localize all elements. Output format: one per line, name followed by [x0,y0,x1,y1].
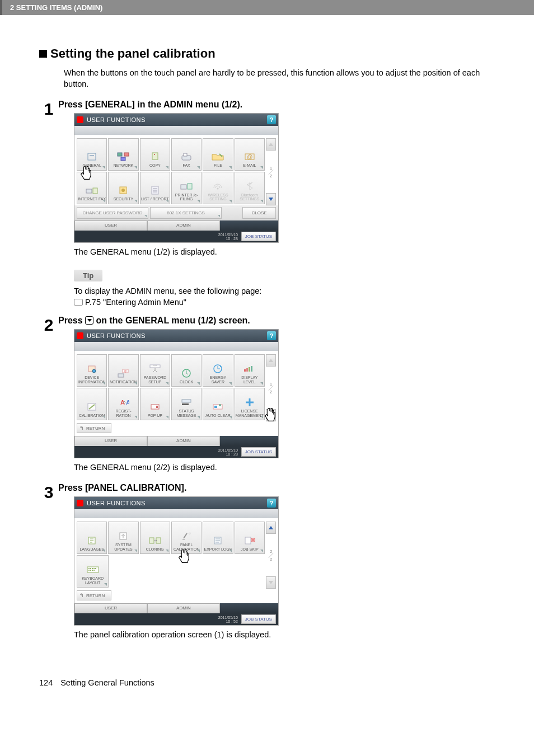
tile-system-updates[interactable]: SYSTEM UPDATES [108,522,138,554]
tile-fax[interactable]: FAX [171,138,202,171]
tile-keyboard-layout[interactable]: KEYBOARD LAYOUT [77,555,109,588]
page-content: Setting the panel calibration When the b… [0,15,534,667]
svg-rect-34 [251,366,252,372]
scroll-down-icon[interactable] [266,576,276,589]
tile-cloning[interactable]: CLONING [140,522,170,554]
svg-rect-20 [188,184,192,189]
tile-status-message[interactable]: STATUS MESSAGE [171,388,202,420]
svg-rect-39 [156,406,158,408]
general-menu-panel-3: USER FUNCTIONS ? LANGUAGES SYSTEM UPDATE… [74,496,279,626]
tile-file[interactable]: FILE [203,138,233,171]
tile-row-1: DEVICE INFORMATION @NOTIFICATION ****PAS… [77,354,265,387]
change-user-password-button[interactable]: CHANGE USER PASSWORD [77,207,148,219]
scroll-up-icon[interactable] [266,522,276,534]
step-2-heading: Press on the GENERAL menu (1/2) screen. [58,316,495,326]
svg-text:@: @ [247,154,252,160]
tab-user[interactable]: USER [74,603,147,613]
tile-auto-clear[interactable]: AUTO CLEAR [203,388,233,420]
svg-rect-33 [249,367,250,372]
tab-user[interactable]: USER [74,220,147,231]
tile-calibration[interactable]: CALIBRATION [77,388,107,420]
tile-row-2: INTERNET FAX SECURITY LIST / REPORT PRIN… [77,172,265,204]
tile-label: INTERNET FAX [78,197,106,201]
tile-label: NOTIFICATION [110,380,137,384]
tile-energy-saver[interactable]: ENERGY SAVER [203,354,233,387]
step-1-caption: The GENERAL menu (1/2) is displayed. [74,247,495,256]
help-icon[interactable]: ? [267,115,276,124]
tile-internet-fax[interactable]: INTERNET FAX [77,172,107,204]
chapter-label: 2 SETTING ITEMS (ADMIN) [10,3,102,12]
svg-rect-4 [121,157,125,161]
panel-tabs: USER ADMIN [74,220,278,231]
tile-label: KEYBOARD LAYOUT [77,576,108,585]
svg-rect-11 [86,189,92,193]
tile-license-management[interactable]: LICENSE MANAGEMENT [235,388,265,420]
tile-label: FAX [183,163,190,168]
panel-header: USER FUNCTIONS ? [74,497,278,509]
tab-admin[interactable]: ADMIN [147,603,220,613]
job-status-button[interactable]: JOB STATUS [241,232,276,241]
tab-admin[interactable]: ADMIN [147,436,220,446]
scroll-down-icon[interactable] [266,193,276,205]
timestamp: 2011/05/10 10 : 28 [218,233,238,241]
tile-general[interactable]: GENERAL [77,138,107,171]
tile-label: COPY [149,163,161,168]
help-icon[interactable]: ? [267,331,276,340]
tip-line-1: To display the ADMIN menu, see the follo… [74,287,261,295]
scroll-down-icon[interactable] [266,409,276,421]
tile-export-logs[interactable]: EXPORT LOGS [203,522,233,554]
tile-printer-efiling[interactable]: PRINTER /e-FILING [171,172,202,204]
panel-header: USER FUNCTIONS ? [74,330,278,342]
tile-wireless-setting[interactable]: WIRELESS SETTING [203,172,233,204]
close-button[interactable]: CLOSE [242,207,276,219]
tile-languages[interactable]: LANGUAGES [77,522,107,554]
tile-clock[interactable]: CLOCK [171,354,202,387]
tile-notification[interactable]: @NOTIFICATION [108,354,138,387]
tile-label: SECURITY [114,197,133,201]
tile-device-information[interactable]: DEVICE INFORMATION [77,354,107,387]
panel-tabs: USER ADMIN [74,436,278,446]
job-status-button[interactable]: JOB STATUS [241,614,276,624]
tile-panel-calibration[interactable]: PANEL CALIBRATION [171,522,202,554]
tab-admin[interactable]: ADMIN [147,220,220,231]
help-icon[interactable]: ? [267,499,276,508]
tile-popup[interactable]: POP UP [140,388,170,420]
page-footer: 124 Setting General Functions [0,667,534,698]
page-scroller: 12 [266,138,276,205]
return-button[interactable]: ↰RETURN [77,423,111,433]
tile-list-report[interactable]: LIST / REPORT [140,172,170,204]
panel-header: USER FUNCTIONS ? [74,114,278,126]
scroll-up-icon[interactable] [266,354,276,367]
panel-subbar [74,342,278,351]
tile-password-setup[interactable]: ****PASSWORD SETUP [140,354,170,387]
section-bullet-icon [39,50,47,58]
tile-row-1: LANGUAGES SYSTEM UPDATES CLONING PANEL C… [77,522,265,554]
8021x-settings-button[interactable]: 802.1X SETTINGS [150,207,222,219]
book-icon [74,299,83,306]
tile-job-skip[interactable]: JOB SKIP [235,522,265,554]
signal-icon [77,332,83,339]
tile-copy[interactable]: COPY [140,138,170,171]
tile-network[interactable]: NETWORK [108,138,138,171]
tile-bluetooth-settings[interactable]: Bluetooth SETTINGS [235,172,265,204]
tile-registration[interactable]: AAREGIST-RATION [108,388,138,420]
tile-label: CLONING [146,547,164,552]
svg-rect-26 [118,374,124,377]
tile-label: POP UP [148,414,162,418]
page-number: 124 [39,678,53,687]
return-button[interactable]: ↰RETURN [77,590,111,600]
svg-rect-50 [245,537,251,544]
svg-rect-5 [152,153,158,159]
job-status-button[interactable]: JOB STATUS [241,447,276,457]
tile-label: LIST / REPORT [141,197,169,201]
scroll-up-icon[interactable] [266,138,276,151]
tile-display-level[interactable]: DISPLAY LEVEL [235,354,265,387]
tile-security[interactable]: SECURITY [108,172,138,204]
panel-footer: 2011/05/10 10 : 28 JOB STATUS [74,231,278,242]
tab-user[interactable]: USER [74,436,147,446]
return-arrow-icon: ↰ [79,425,84,431]
tile-label: FILE [214,163,222,168]
step-1: 1 Press [GENERAL] in the ADMIN menu (1/2… [39,100,495,308]
tile-email[interactable]: @E-MAIL [235,138,265,171]
svg-text:A: A [126,399,129,406]
